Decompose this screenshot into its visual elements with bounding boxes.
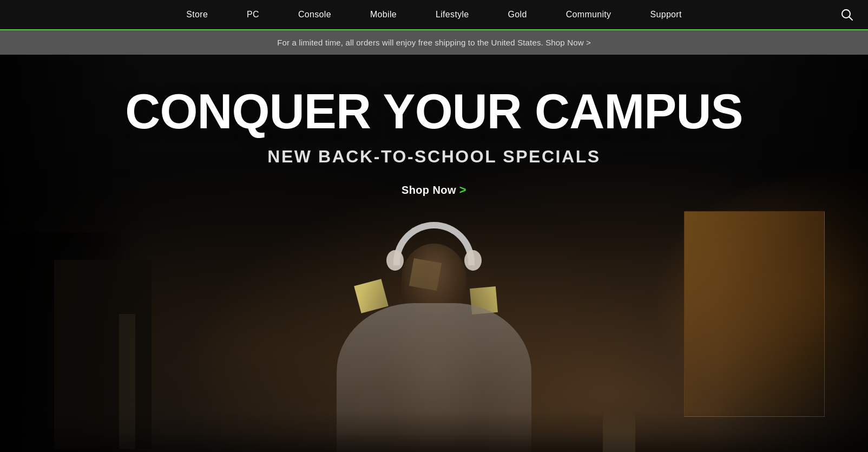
nav-item-store[interactable]: Store — [167, 10, 227, 19]
shop-now-button[interactable]: Shop Now> — [402, 183, 466, 197]
monitor-glow-right — [684, 211, 825, 417]
hero-section: CONQUER YOUR CAMPUS NEW BACK-TO-SCHOOL S… — [0, 55, 868, 452]
nav-link-mobile[interactable]: Mobile — [351, 10, 416, 19]
svg-line-1 — [850, 17, 853, 21]
headphone-cup-right — [464, 250, 482, 271]
search-icon[interactable] — [841, 9, 853, 21]
hero-subtitle: NEW BACK-TO-SCHOOL SPECIALS — [0, 147, 868, 167]
promo-banner[interactable]: For a limited time, all orders will enjo… — [0, 30, 868, 55]
cta-arrow: > — [459, 183, 466, 196]
nav-item-community[interactable]: Community — [547, 10, 631, 19]
headphone-cup-left — [386, 250, 404, 271]
nav-link-store[interactable]: Store — [167, 10, 227, 19]
nav-link-gold[interactable]: Gold — [489, 10, 547, 19]
nav-link-community[interactable]: Community — [547, 10, 631, 19]
nav-item-gold[interactable]: Gold — [489, 10, 547, 19]
nav-link-lifestyle[interactable]: Lifestyle — [416, 10, 489, 19]
hero-content: CONQUER YOUR CAMPUS NEW BACK-TO-SCHOOL S… — [0, 87, 868, 197]
nav-item-pc[interactable]: PC — [227, 10, 279, 19]
nav-item-support[interactable]: Support — [630, 10, 701, 19]
nav-item-console[interactable]: Console — [279, 10, 351, 19]
navbar: Store PC Console Mobile Lifestyle Gold C… — [0, 0, 868, 30]
nav-item-mobile[interactable]: Mobile — [351, 10, 416, 19]
svg-point-0 — [842, 10, 850, 18]
nav-link-console[interactable]: Console — [279, 10, 351, 19]
nav-link-pc[interactable]: PC — [227, 10, 279, 19]
promo-link[interactable]: For a limited time, all orders will enjo… — [277, 38, 591, 47]
nav-link-support[interactable]: Support — [630, 10, 701, 19]
hero-title: CONQUER YOUR CAMPUS — [0, 87, 868, 136]
cta-label: Shop Now — [402, 184, 456, 196]
hero-bottom-fade — [0, 411, 868, 452]
nav-item-lifestyle[interactable]: Lifestyle — [416, 10, 489, 19]
nav-links: Store PC Console Mobile Lifestyle Gold C… — [167, 10, 701, 19]
